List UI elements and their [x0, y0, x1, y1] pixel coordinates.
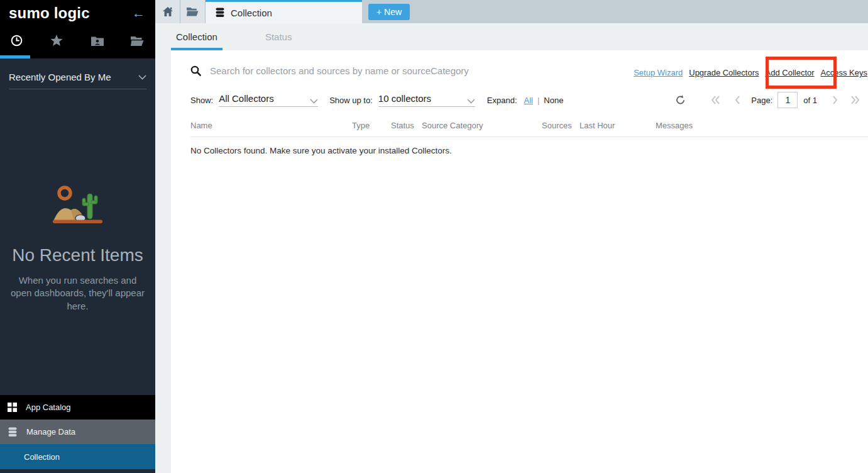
sidebar-empty-state: No Recent Items When you run searches an…: [0, 185, 155, 313]
grid-icon: [8, 403, 17, 412]
nav-label: Manage Data: [26, 427, 75, 437]
page-of-label: of 1: [803, 96, 817, 105]
home-tab[interactable]: [155, 0, 180, 23]
search-input[interactable]: [210, 65, 562, 76]
database-icon: [8, 427, 18, 437]
column-header-messages[interactable]: Messages: [656, 121, 725, 130]
filter-row: Show: All Collectors Show up to: 10 coll…: [190, 91, 868, 109]
collection-document-tab[interactable]: Collection: [206, 0, 362, 23]
expand-all-link[interactable]: All: [524, 96, 533, 105]
sidebar-bottom-nav: App Catalog Manage Data Collection: [0, 395, 155, 473]
refresh-icon[interactable]: [676, 95, 685, 105]
recently-opened-label: Recently Opened By Me: [9, 72, 111, 82]
nav-label: Collection: [24, 452, 60, 462]
recently-opened-dropdown[interactable]: Recently Opened By Me: [9, 58, 146, 89]
new-button[interactable]: + New: [368, 4, 410, 20]
favorites-star-icon[interactable]: [49, 35, 64, 47]
sidebar-body: Recently Opened By Me: [0, 58, 155, 395]
home-icon: [163, 7, 173, 16]
search-row: Setup Wizard Upgrade Collectors Add Coll…: [171, 50, 868, 76]
search-icon: [190, 65, 201, 76]
last-page-icon[interactable]: [850, 96, 860, 104]
app-window: sumo logic ← Recentl: [0, 0, 868, 473]
show-up-to-label: Show up to:: [329, 96, 373, 105]
sidebar-item-manage-data[interactable]: Manage Data: [0, 420, 155, 444]
tab-status[interactable]: Status: [260, 23, 297, 50]
tab-label: Collection: [176, 31, 217, 42]
show-up-to-value: 10 collectors: [378, 93, 431, 104]
page-number-input[interactable]: [777, 92, 798, 108]
top-tab-bar: Collection + New: [155, 0, 868, 23]
sidebar: sumo logic ← Recentl: [0, 0, 155, 473]
column-header-type[interactable]: Type: [352, 121, 391, 130]
column-header-status[interactable]: Status: [391, 121, 422, 130]
prev-page-icon[interactable]: [735, 96, 740, 104]
recents-clock-icon[interactable]: [9, 35, 24, 47]
sidebar-item-collection[interactable]: Collection: [0, 444, 155, 469]
show-label: Show:: [190, 96, 213, 105]
page-label: Page:: [751, 96, 772, 105]
open-folder-icon: [187, 7, 199, 16]
add-collector-link[interactable]: Add Collector: [766, 68, 815, 77]
personal-folder-icon[interactable]: [90, 36, 105, 46]
show-dropdown-value: All Collectors: [219, 93, 274, 104]
active-sidebar-tab-indicator: [0, 55, 30, 58]
setup-wizard-link[interactable]: Setup Wizard: [634, 68, 683, 77]
empty-table-message: No Collectors found. Make sure you activ…: [190, 146, 868, 155]
desert-cactus-illustration: [52, 185, 104, 225]
no-recent-items-description: When you run searches and open dashboard…: [9, 274, 147, 313]
sidebar-icon-tabs: [0, 26, 155, 58]
pagination: Page: of 1: [676, 91, 860, 109]
no-recent-items-title: No Recent Items: [0, 245, 155, 265]
collapse-sidebar-icon[interactable]: ←: [132, 6, 145, 21]
column-header-last-hour[interactable]: Last Hour: [580, 121, 656, 130]
show-up-to-dropdown[interactable]: 10 collectors: [378, 93, 475, 107]
chevron-down-icon: [138, 75, 146, 80]
column-header-name[interactable]: Name: [190, 121, 352, 130]
show-dropdown[interactable]: All Collectors: [219, 93, 318, 107]
chevron-down-icon: [467, 99, 475, 104]
library-folder-icon[interactable]: [130, 36, 145, 46]
tab-label: Status: [265, 31, 292, 42]
next-page-icon[interactable]: [832, 96, 838, 104]
page-tabs: Collection Status: [155, 23, 868, 50]
chevron-down-icon: [310, 99, 318, 104]
expand-label: Expand:: [487, 96, 517, 105]
first-page-icon[interactable]: [711, 96, 720, 104]
folder-tab[interactable]: [180, 0, 206, 23]
expand-separator: |: [537, 96, 539, 105]
column-header-sources[interactable]: Sources: [542, 121, 580, 130]
collection-panel: Setup Wizard Upgrade Collectors Add Coll…: [171, 50, 868, 473]
upgrade-collectors-link[interactable]: Upgrade Collectors: [689, 68, 759, 77]
tab-collection[interactable]: Collection: [171, 23, 222, 50]
table-header-row: Name Type Status Source Category Sources…: [190, 121, 868, 137]
sidebar-header: sumo logic ←: [0, 0, 155, 58]
expand-none-link[interactable]: None: [544, 96, 563, 105]
main-area: Collection + New Collection Status Setup…: [155, 0, 868, 473]
sumo-logic-logo: sumo logic: [9, 4, 90, 22]
access-keys-link[interactable]: Access Keys: [821, 68, 867, 77]
nav-label: App Catalog: [26, 403, 71, 412]
database-icon: [215, 8, 225, 18]
toolbar-links: Setup Wizard Upgrade Collectors Add Coll…: [634, 68, 867, 77]
doc-tab-label: Collection: [231, 8, 272, 18]
sidebar-item-app-catalog[interactable]: App Catalog: [0, 395, 155, 420]
column-header-source-category[interactable]: Source Category: [422, 121, 542, 130]
